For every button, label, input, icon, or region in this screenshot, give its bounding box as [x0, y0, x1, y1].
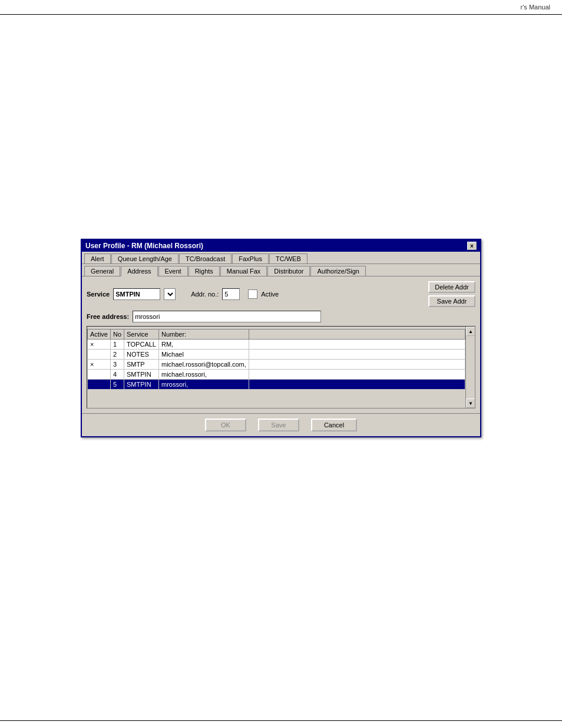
- dialog-body: Service ▼ Addr. no.: Active Delete Addr …: [82, 276, 480, 413]
- delete-addr-button[interactable]: Delete Addr: [428, 281, 475, 293]
- table-header-row: Active No Service Number:: [88, 330, 465, 340]
- cell-number: RM,: [158, 340, 249, 350]
- address-table: Active No Service Number: × 1 T: [87, 329, 465, 390]
- active-label: Active: [261, 291, 279, 298]
- cell-service: SMTP: [124, 360, 159, 370]
- cell-service: NOTES: [124, 350, 159, 360]
- table-row[interactable]: × 1 TOPCALL RM,: [88, 340, 465, 350]
- table-row[interactable]: 4 SMTPIN michael.rossori,: [88, 370, 465, 380]
- free-address-label: Free address:: [87, 313, 129, 320]
- cell-no: 1: [110, 340, 124, 350]
- cell-service: TOPCALL: [124, 340, 159, 350]
- table-scroll-area: Active No Service Number: × 1 T: [87, 327, 465, 408]
- service-dropdown[interactable]: ▼: [164, 288, 176, 300]
- scroll-track: [466, 336, 475, 398]
- dialog-title: User Profile - RM (Michael Rossori): [85, 242, 203, 250]
- cell-number: Michael: [158, 350, 249, 360]
- table-row-selected[interactable]: 5 SMTPIN mrossori,: [88, 380, 465, 390]
- addr-no-input[interactable]: [222, 288, 240, 300]
- cell-service: SMTPIN: [124, 380, 159, 390]
- address-table-wrapper: Active No Service Number: × 1 T: [87, 326, 475, 409]
- cell-active: ×: [88, 340, 111, 350]
- tab-row-1: Alert Queue Length/Age TC/Broadcast FaxP…: [82, 252, 480, 264]
- cell-number: michael.rossori@topcall.com,: [158, 360, 249, 370]
- tab-distributor[interactable]: Distributor: [267, 266, 310, 276]
- col-number: Number:: [158, 330, 249, 340]
- header-text: r's Manual: [521, 4, 550, 11]
- scrollbar: ▲ ▼: [465, 327, 475, 408]
- tab-tcweb[interactable]: TC/WEB: [269, 253, 308, 263]
- cell-no: 5: [110, 380, 124, 390]
- tab-queue-length-age[interactable]: Queue Length/Age: [111, 253, 178, 263]
- table-row[interactable]: × 3 SMTP michael.rossori@topcall.com,: [88, 360, 465, 370]
- ok-button[interactable]: OK: [205, 419, 246, 431]
- page-content: User Profile - RM (Michael Rossori) × Al…: [0, 15, 562, 449]
- tab-tc-broadcast[interactable]: TC/Broadcast: [179, 253, 232, 263]
- tab-row-2: General Address Event Rights Manual Fax …: [82, 264, 480, 276]
- dialog-close-button[interactable]: ×: [467, 242, 477, 250]
- cell-number: michael.rossori,: [158, 370, 249, 380]
- tab-manual-fax[interactable]: Manual Fax: [220, 266, 267, 276]
- tab-rights[interactable]: Rights: [189, 266, 220, 276]
- service-label: Service: [87, 291, 110, 298]
- addr-no-label: Addr. no.:: [191, 291, 219, 298]
- service-row: Service ▼ Addr. no.: Active Delete Addr …: [87, 281, 475, 307]
- scroll-down-button[interactable]: ▼: [466, 398, 475, 408]
- free-address-input[interactable]: [133, 311, 321, 322]
- cell-service: SMTPIN: [124, 370, 159, 380]
- tab-event[interactable]: Event: [158, 266, 188, 276]
- page-footer: [0, 720, 562, 728]
- save-button[interactable]: Save: [258, 419, 299, 431]
- cell-no: 4: [110, 370, 124, 380]
- save-addr-button[interactable]: Save Addr: [428, 295, 475, 307]
- side-buttons: Delete Addr Save Addr: [428, 281, 475, 307]
- cell-active: [88, 380, 111, 390]
- cancel-button[interactable]: Cancel: [311, 419, 357, 431]
- cell-no: 3: [110, 360, 124, 370]
- free-address-row: Free address:: [87, 311, 475, 322]
- tab-authorize-sign[interactable]: Authorize/Sign: [310, 266, 366, 276]
- service-input[interactable]: [113, 288, 160, 300]
- dialog-titlebar: User Profile - RM (Michael Rossori) ×: [82, 240, 480, 252]
- col-service: Service: [124, 330, 159, 340]
- col-active: Active: [88, 330, 111, 340]
- tab-general[interactable]: General: [84, 266, 120, 276]
- cell-active: [88, 370, 111, 380]
- scroll-up-button[interactable]: ▲: [466, 327, 475, 336]
- cell-active: [88, 350, 111, 360]
- table-row[interactable]: 2 NOTES Michael: [88, 350, 465, 360]
- page-header: r's Manual: [0, 0, 562, 15]
- cell-number: mrossori,: [158, 380, 249, 390]
- cell-active: ×: [88, 360, 111, 370]
- tab-address[interactable]: Address: [121, 266, 157, 276]
- cell-no: 2: [110, 350, 124, 360]
- dialog-footer: OK Save Cancel: [82, 413, 480, 436]
- active-checkbox[interactable]: [248, 289, 257, 299]
- tab-faxplus[interactable]: FaxPlus: [232, 253, 269, 263]
- dialog-window: User Profile - RM (Michael Rossori) × Al…: [81, 239, 481, 437]
- col-no: No: [110, 330, 124, 340]
- col-extra: [249, 330, 465, 340]
- tab-alert[interactable]: Alert: [84, 253, 111, 263]
